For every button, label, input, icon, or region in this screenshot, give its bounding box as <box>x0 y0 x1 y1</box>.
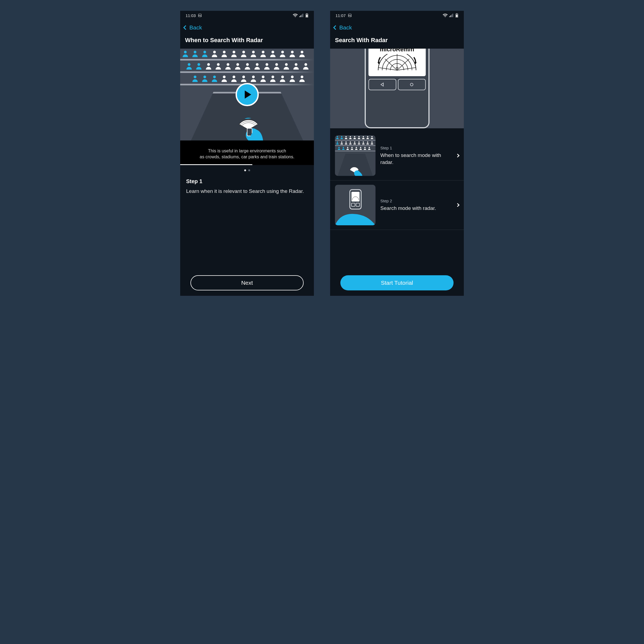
next-label: Next <box>241 280 253 286</box>
signal-icon <box>449 14 454 17</box>
step-item-2[interactable]: Step 2 Search mode with radar. <box>330 180 464 230</box>
svg-point-68 <box>346 136 347 137</box>
svg-line-57 <box>385 59 397 70</box>
svg-point-34 <box>194 76 196 78</box>
svg-rect-7 <box>306 14 308 17</box>
step-thumb <box>335 135 375 176</box>
chevron-left-icon <box>183 25 188 30</box>
svg-point-40 <box>252 76 255 78</box>
chevron-left-icon <box>333 25 338 30</box>
svg-point-8 <box>184 51 187 53</box>
svg-point-67 <box>341 136 343 137</box>
svg-line-58 <box>397 59 409 70</box>
svg-point-24 <box>217 63 220 66</box>
svg-point-81 <box>363 142 364 143</box>
svg-point-44 <box>291 76 294 78</box>
svg-point-87 <box>351 147 353 148</box>
svg-point-37 <box>223 76 226 78</box>
svg-point-13 <box>233 51 235 53</box>
step-list: Step 1 When to search mode with radar. <box>330 128 464 233</box>
status-bar: 11:07 <box>330 11 464 20</box>
svg-point-26 <box>236 63 239 66</box>
svg-rect-3 <box>301 15 302 17</box>
play-button[interactable] <box>236 83 259 106</box>
svg-point-42 <box>271 76 274 78</box>
svg-point-12 <box>223 51 226 53</box>
nav-bar: Back <box>330 20 464 35</box>
svg-rect-55 <box>456 14 458 17</box>
svg-rect-2 <box>300 15 301 17</box>
phone-left: 11:03 Back When to Search With Radar <box>180 11 314 296</box>
page-indicator <box>180 165 314 176</box>
step-item-1[interactable]: Step 1 When to search mode with radar. <box>330 131 464 180</box>
svg-marker-63 <box>396 67 398 69</box>
back-label: Back <box>189 24 202 31</box>
next-button[interactable]: Next <box>190 275 304 290</box>
svg-point-90 <box>364 147 366 148</box>
svg-point-20 <box>301 51 303 53</box>
svg-point-23 <box>207 63 210 66</box>
device-left-button <box>368 79 396 90</box>
svg-point-45 <box>301 76 303 78</box>
svg-point-69 <box>350 136 351 137</box>
svg-point-84 <box>338 147 340 148</box>
svg-point-17 <box>271 51 274 53</box>
svg-point-75 <box>337 142 338 143</box>
svg-point-18 <box>281 51 284 53</box>
svg-point-88 <box>356 147 357 148</box>
page-dot[interactable] <box>248 169 250 171</box>
back-button[interactable]: Back <box>334 24 352 31</box>
svg-point-89 <box>360 147 361 148</box>
svg-point-27 <box>246 63 249 66</box>
svg-point-31 <box>285 63 288 66</box>
signal-icon <box>299 14 304 17</box>
step-label: Step 1 <box>186 178 308 185</box>
svg-point-79 <box>354 142 355 143</box>
svg-point-39 <box>242 76 245 78</box>
svg-point-9 <box>194 51 196 53</box>
svg-point-82 <box>367 142 368 143</box>
device-hero: 71.5 microRem/h <box>330 49 464 128</box>
page-title: When to Search With Radar <box>180 35 314 49</box>
device-unit: microRem/h <box>370 49 424 53</box>
svg-rect-49 <box>449 16 450 17</box>
video-progress[interactable] <box>180 164 252 165</box>
device-right-button <box>398 79 426 90</box>
svg-point-77 <box>346 142 347 143</box>
page-dot[interactable] <box>244 169 246 171</box>
svg-point-15 <box>252 51 255 53</box>
scanner-figure-icon <box>226 103 269 140</box>
svg-rect-4 <box>303 14 303 17</box>
svg-point-32 <box>295 63 297 66</box>
chevron-right-icon <box>456 154 459 157</box>
svg-point-36 <box>213 76 216 78</box>
battery-icon <box>455 13 458 18</box>
svg-point-29 <box>266 63 268 66</box>
step-label: Step 2 <box>380 199 451 203</box>
step-title: Search mode with radar. <box>380 205 451 212</box>
svg-point-11 <box>213 51 216 53</box>
svg-point-73 <box>367 136 368 137</box>
svg-point-19 <box>291 51 294 53</box>
screenshot-icon <box>198 14 202 17</box>
svg-point-66 <box>337 136 338 137</box>
status-bar: 11:03 <box>180 11 314 20</box>
tutorial-video[interactable] <box>180 49 314 140</box>
svg-point-65 <box>410 83 413 86</box>
svg-rect-1 <box>299 16 300 17</box>
svg-rect-52 <box>452 14 453 17</box>
play-icon <box>245 90 251 99</box>
radar-icon <box>373 54 421 73</box>
svg-point-21 <box>188 63 190 66</box>
step-thumb <box>335 185 375 225</box>
svg-rect-50 <box>450 15 451 17</box>
svg-line-59 <box>378 68 397 70</box>
status-time: 11:03 <box>186 13 196 18</box>
battery-icon <box>305 13 308 18</box>
svg-point-83 <box>371 142 373 143</box>
step-label: Step 1 <box>380 146 451 150</box>
svg-point-10 <box>203 51 206 53</box>
start-tutorial-button[interactable]: Start Tutorial <box>340 275 454 290</box>
back-button[interactable]: Back <box>184 24 202 31</box>
status-time: 11:07 <box>336 13 346 18</box>
